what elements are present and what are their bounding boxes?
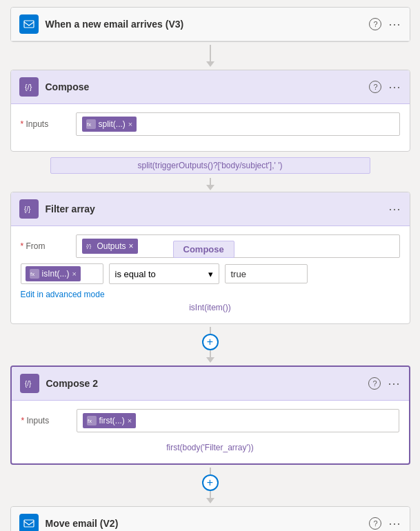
compose2-title: Compose 2 [46,378,369,389]
compose1-help-icon[interactable]: ? [369,81,381,93]
connector-line-plus2-bottom [210,491,211,498]
isint-formula-area: isInt(item()) [21,299,400,315]
compose1-formula-area: split(triggerOutputs()?['body/subject'],… [10,153,410,190]
filter-condition-value-text: true [231,269,246,279]
compose2-formula-area: first(body('Filter_array')) [21,439,399,455]
edit-advanced-mode-link[interactable]: Edit in advanced mode [21,290,400,299]
filter-from-token-icon: {/} [86,241,94,252]
filter-condition-token-field[interactable]: fx isInt(...) × [21,263,103,284]
compose2-token-icon: fx [87,416,97,425]
compose2-inputs-field[interactable]: fx first(...) × [77,409,399,432]
filter-operator-chevron: ▾ [208,269,213,279]
svg-text:{/}: {/} [25,83,32,91]
compose1-token-label: split(...) [99,119,126,129]
compose2-formula: first(body('Filter_array')) [166,443,254,452]
move-email-help-icon[interactable]: ? [369,517,381,530]
filter-from-row: From {/} Outputs × Compose [21,234,400,258]
svg-text:fx: fx [88,418,92,424]
compose2-token[interactable]: fx first(...) × [83,413,137,428]
move-email-header: Move email (V2) ? ··· [11,507,410,531]
svg-text:{/}: {/} [25,380,32,388]
filter-condition-row: fx isInt(...) × is equal to ▾ true [21,263,400,284]
filter-from-label: From [21,241,76,251]
compose1-inputs-label: Inputs [21,119,76,129]
filter-from-field[interactable]: {/} Outputs × Compose [76,234,400,258]
compose1-icon: {/} [19,77,39,97]
filter-operator-dropdown[interactable]: is equal to ▾ [109,263,219,284]
filter-from-token-label: Outputs [97,241,126,251]
compose-tooltip: Compose [173,241,234,258]
add-step-button-2[interactable]: + [202,474,219,491]
isint-formula: isInt(item()) [189,303,231,312]
connector-line-1 [210,45,211,61]
connector-plus-1: + [202,327,219,363]
compose1-body: Inputs fx split(...) × [11,104,410,151]
compose2-body: Inputs fx first(...) × first(body('Filte… [12,401,409,463]
svg-rect-0 [24,21,34,28]
compose2-token-label: first(...) [99,416,125,425]
filter-card: {/} Filter array ··· From {/} Outputs × [10,192,410,324]
filter-condition-token[interactable]: fx isInt(...) × [26,266,81,281]
connector-arrow-plus2 [206,498,214,503]
filter-condition-value[interactable]: true [225,264,308,283]
svg-text:{/}: {/} [86,242,92,248]
filter-header: {/} Filter array ··· [11,192,410,226]
compose1-formula: split(triggerOutputs()?['body/subject'],… [50,157,370,174]
move-email-title: Move email (V2) [46,518,370,529]
compose2-actions: ? ··· [368,377,400,391]
connector-after-formula [210,178,211,185]
filter-body: From {/} Outputs × Compose [11,226,410,323]
compose1-header: {/} Compose ? ··· [11,70,410,104]
compose1-title: Compose [46,81,370,92]
filter-from-token[interactable]: {/} Outputs × [82,239,138,254]
compose2-token-close[interactable]: × [128,417,132,425]
filter-condition-token-icon: fx [30,269,39,279]
compose1-card: {/} Compose ? ··· Inputs fx split(...) [10,70,410,152]
compose1-inputs-row: Inputs fx split(...) × [21,112,400,136]
filter-actions: ··· [388,202,401,217]
filter-icon: {/} [19,199,39,219]
compose2-header: {/} Compose 2 ? ··· [12,367,409,401]
compose1-token[interactable]: fx split(...) × [82,117,137,132]
filter-condition-token-close[interactable]: × [72,270,77,278]
svg-rect-8 [24,520,34,527]
filter-from-token-close[interactable]: × [129,241,134,251]
trigger-title: When a new email arrives (V3) [46,19,370,30]
svg-text:fx: fx [30,271,34,277]
compose2-card: {/} Compose 2 ? ··· Inputs fx first(...) [10,365,410,465]
compose2-icon: {/} [20,374,39,393]
trigger-menu-icon[interactable]: ··· [388,17,401,32]
compose2-inputs-label: Inputs [21,416,77,425]
connector-arrow-1 [206,61,214,67]
compose2-inputs-row: Inputs fx first(...) × [21,409,399,432]
move-email-menu-icon[interactable]: ··· [388,517,401,531]
move-email-actions: ? ··· [369,517,401,531]
connector-1 [206,45,214,67]
flow-container: When a new email arrives (V3) ? ··· {/} … [0,0,420,531]
trigger-card-header: When a new email arrives (V3) ? ··· [11,8,410,41]
move-email-card: Move email (V2) ? ··· Message Id [10,506,410,531]
compose1-token-close[interactable]: × [128,120,132,128]
trigger-help-icon[interactable]: ? [369,18,381,30]
connector-arrow-formula [206,185,214,190]
compose1-menu-icon[interactable]: ··· [388,80,401,94]
filter-menu-icon[interactable]: ··· [388,202,401,217]
filter-condition-token-label: isInt(...) [42,269,70,279]
trigger-icon [19,14,39,34]
move-email-icon [19,514,39,531]
trigger-actions: ? ··· [369,17,401,32]
filter-operator-label: is equal to [115,269,156,279]
compose1-inputs-field[interactable]: fx split(...) × [76,112,400,136]
compose2-help-icon[interactable]: ? [368,377,381,390]
svg-text:{/}: {/} [24,206,31,213]
add-step-button-1[interactable]: + [202,334,219,350]
compose2-menu-icon[interactable]: ··· [388,377,400,391]
compose1-token-icon: fx [86,119,96,129]
filter-title: Filter array [46,203,389,214]
svg-text:fx: fx [87,121,91,128]
compose1-actions: ? ··· [369,80,401,94]
connector-line-plus2-top [210,468,211,474]
connector-plus-2: + [202,468,219,503]
connector-arrow-plus1 [206,357,214,363]
trigger-card: When a new email arrives (V3) ? ··· [10,7,410,42]
